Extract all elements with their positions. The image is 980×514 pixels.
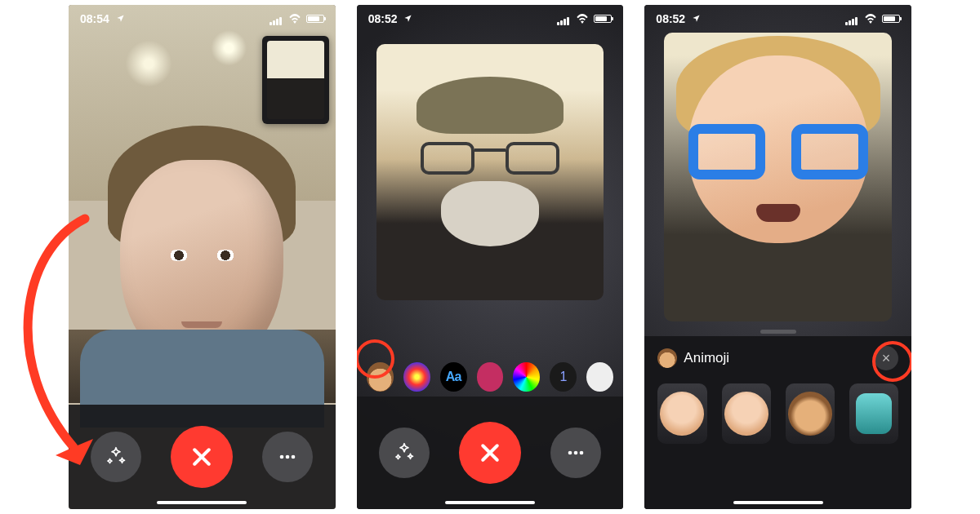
app-effect-button-2[interactable]: [586, 362, 613, 392]
animoji-title: Animoji: [684, 350, 729, 366]
animoji-icon: [657, 348, 677, 368]
effects-button[interactable]: [91, 432, 141, 482]
close-icon: ×: [882, 350, 891, 367]
wifi-icon: [864, 14, 877, 24]
color-category-button[interactable]: [513, 362, 540, 392]
animoji-options[interactable]: [644, 375, 911, 444]
ellipsis-icon: [564, 441, 587, 464]
animoji-option[interactable]: [722, 383, 771, 444]
svg-point-2: [292, 455, 296, 459]
clock: 08:52: [656, 12, 685, 25]
app-effect-button[interactable]: 1: [550, 362, 577, 392]
svg-point-0: [280, 455, 284, 459]
call-controls: [69, 405, 336, 509]
effects-button[interactable]: [379, 428, 430, 478]
filters-category-button[interactable]: [403, 362, 430, 392]
wifi-icon: [288, 14, 301, 24]
status-bar: 08:54: [69, 5, 336, 33]
wifi-icon: [576, 14, 589, 24]
call-controls: [357, 397, 624, 509]
cellular-icon: [270, 15, 283, 24]
home-indicator[interactable]: [445, 501, 535, 504]
facetime-call-screen: 08:54: [69, 5, 336, 509]
battery-icon: [594, 15, 612, 23]
location-icon: [116, 14, 125, 23]
cellular-icon: [557, 15, 571, 24]
animoji-option[interactable]: [657, 383, 706, 444]
self-preview[interactable]: [262, 36, 329, 124]
status-bar: 08:52: [644, 5, 911, 33]
close-icon: [478, 441, 502, 465]
svg-point-4: [574, 451, 578, 455]
home-indicator[interactable]: [157, 501, 247, 504]
location-icon: [692, 14, 701, 23]
shapes-category-button[interactable]: [477, 362, 504, 392]
svg-point-5: [580, 451, 584, 455]
effects-categories: Aa 1: [357, 357, 624, 397]
more-button[interactable]: [262, 432, 313, 482]
home-indicator[interactable]: [733, 501, 823, 504]
ellipsis-icon: [276, 445, 299, 468]
clock: 08:54: [80, 12, 109, 25]
battery-icon: [882, 15, 900, 23]
cellular-icon: [845, 15, 859, 24]
svg-point-1: [286, 455, 290, 459]
end-call-button[interactable]: [459, 422, 521, 484]
facetime-effects-row: 08:52 Aa 1: [357, 5, 624, 509]
star-effects-icon: [392, 441, 416, 465]
close-animoji-button[interactable]: ×: [874, 346, 898, 370]
svg-point-3: [568, 451, 572, 455]
text-category-button[interactable]: Aa: [440, 362, 467, 392]
more-button[interactable]: [550, 428, 601, 478]
animoji-category-button[interactable]: [367, 362, 394, 392]
memoji-preview: [664, 33, 892, 321]
clock: 08:52: [368, 12, 398, 25]
animoji-option[interactable]: [849, 383, 898, 444]
facetime-animoji-picker: 08:52 Animoji ×: [644, 5, 911, 509]
star-effects-icon: [104, 445, 128, 469]
animoji-option[interactable]: [786, 383, 835, 444]
drag-handle-icon[interactable]: [760, 330, 796, 334]
self-preview-large: [376, 44, 604, 300]
location-icon: [403, 14, 412, 23]
status-bar: 08:52: [357, 5, 624, 33]
end-call-button[interactable]: [171, 426, 233, 488]
close-icon: [189, 445, 214, 469]
battery-icon: [306, 15, 324, 23]
animoji-panel: Animoji ×: [644, 336, 911, 509]
three-panel-tutorial: 08:54: [0, 0, 980, 514]
